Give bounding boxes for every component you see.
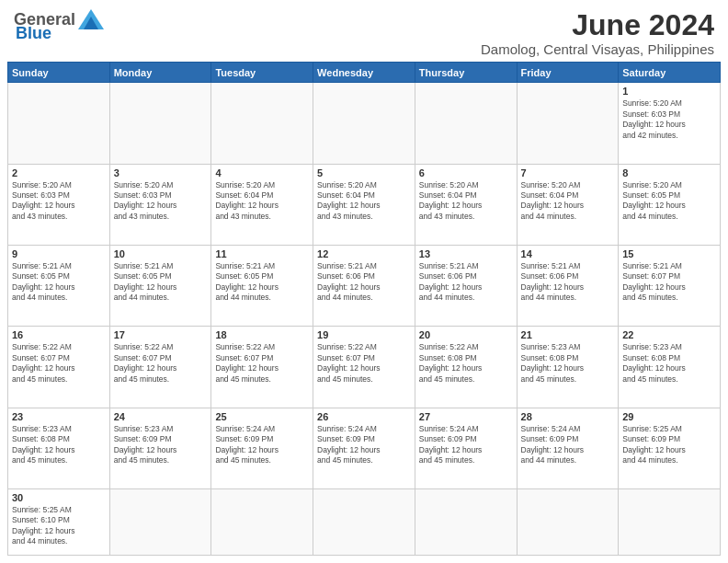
calendar-cell: 26Sunrise: 5:24 AM Sunset: 6:09 PM Dayli…: [313, 408, 415, 488]
day-info: Sunrise: 5:23 AM Sunset: 6:08 PM Dayligh…: [521, 342, 615, 385]
day-number: 6: [419, 167, 513, 178]
day-info: Sunrise: 5:24 AM Sunset: 6:09 PM Dayligh…: [317, 424, 411, 466]
calendar-cell: 14Sunrise: 5:21 AM Sunset: 6:06 PM Dayli…: [517, 245, 619, 326]
day-header-friday: Friday: [517, 63, 619, 83]
day-info: Sunrise: 5:21 AM Sunset: 6:07 PM Dayligh…: [622, 261, 716, 304]
day-number: 21: [521, 329, 615, 340]
header: General Blue June 2024 Damolog, Central …: [0, 0, 728, 62]
calendar-cell: 3Sunrise: 5:20 AM Sunset: 6:03 PM Daylig…: [109, 164, 211, 245]
day-header-thursday: Thursday: [415, 63, 517, 83]
day-info: Sunrise: 5:20 AM Sunset: 6:04 PM Dayligh…: [521, 180, 615, 223]
day-number: 16: [12, 329, 106, 340]
calendar-cell: 2Sunrise: 5:20 AM Sunset: 6:03 PM Daylig…: [8, 164, 110, 245]
main-title: June 2024: [481, 9, 714, 41]
calendar-cell: [109, 83, 211, 164]
day-info: Sunrise: 5:20 AM Sunset: 6:04 PM Dayligh…: [215, 180, 309, 223]
day-number: 12: [317, 248, 411, 259]
day-number: 29: [622, 411, 716, 422]
day-header-wednesday: Wednesday: [313, 63, 415, 83]
calendar-cell: 19Sunrise: 5:22 AM Sunset: 6:07 PM Dayli…: [313, 327, 415, 408]
calendar-cell: 4Sunrise: 5:20 AM Sunset: 6:04 PM Daylig…: [211, 164, 313, 245]
day-info: Sunrise: 5:22 AM Sunset: 6:07 PM Dayligh…: [215, 342, 309, 385]
day-info: Sunrise: 5:21 AM Sunset: 6:06 PM Dayligh…: [419, 261, 513, 304]
day-number: 11: [215, 248, 309, 259]
day-header-sunday: Sunday: [8, 63, 110, 83]
day-number: 25: [215, 411, 309, 422]
day-number: 17: [114, 329, 208, 340]
logo-icon: [78, 9, 104, 29]
day-info: Sunrise: 5:24 AM Sunset: 6:09 PM Dayligh…: [419, 424, 513, 466]
page: General Blue June 2024 Damolog, Central …: [0, 0, 728, 563]
day-info: Sunrise: 5:25 AM Sunset: 6:10 PM Dayligh…: [12, 505, 106, 547]
logo: General Blue: [14, 9, 104, 43]
day-number: 1: [622, 86, 716, 97]
calendar-cell: [211, 83, 313, 164]
day-number: 26: [317, 411, 411, 422]
day-number: 13: [419, 248, 513, 259]
day-number: 28: [521, 411, 615, 422]
day-info: Sunrise: 5:20 AM Sunset: 6:04 PM Dayligh…: [419, 180, 513, 223]
day-info: Sunrise: 5:24 AM Sunset: 6:09 PM Dayligh…: [215, 424, 309, 466]
day-info: Sunrise: 5:22 AM Sunset: 6:07 PM Dayligh…: [317, 342, 411, 385]
calendar-cell: 17Sunrise: 5:22 AM Sunset: 6:07 PM Dayli…: [109, 327, 211, 408]
calendar-body: 1Sunrise: 5:20 AM Sunset: 6:03 PM Daylig…: [8, 83, 721, 556]
day-number: 22: [622, 329, 716, 340]
calendar-cell: 8Sunrise: 5:20 AM Sunset: 6:05 PM Daylig…: [619, 164, 721, 245]
day-number: 10: [114, 248, 208, 259]
calendar-cell: 6Sunrise: 5:20 AM Sunset: 6:04 PM Daylig…: [415, 164, 517, 245]
day-number: 15: [622, 248, 716, 259]
calendar-cell: 10Sunrise: 5:21 AM Sunset: 6:05 PM Dayli…: [109, 245, 211, 326]
calendar-cell: 5Sunrise: 5:20 AM Sunset: 6:04 PM Daylig…: [313, 164, 415, 245]
calendar-week-3: 9Sunrise: 5:21 AM Sunset: 6:05 PM Daylig…: [8, 245, 721, 326]
subtitle: Damolog, Central Visayas, Philippines: [481, 41, 714, 57]
day-info: Sunrise: 5:20 AM Sunset: 6:03 PM Dayligh…: [114, 180, 208, 223]
calendar-week-4: 16Sunrise: 5:22 AM Sunset: 6:07 PM Dayli…: [8, 327, 721, 408]
calendar-cell: [415, 83, 517, 164]
day-number: 23: [12, 411, 106, 422]
day-number: 8: [622, 167, 716, 178]
calendar-cell: 28Sunrise: 5:24 AM Sunset: 6:09 PM Dayli…: [517, 408, 619, 488]
logo-blue: Blue: [16, 24, 51, 43]
calendar-cell: 24Sunrise: 5:23 AM Sunset: 6:09 PM Dayli…: [109, 408, 211, 488]
calendar-cell: [517, 83, 619, 164]
day-header-saturday: Saturday: [619, 63, 721, 83]
calendar-cell: 29Sunrise: 5:25 AM Sunset: 6:09 PM Dayli…: [619, 408, 721, 488]
calendar-cell: 20Sunrise: 5:22 AM Sunset: 6:08 PM Dayli…: [415, 327, 517, 408]
calendar-cell: 7Sunrise: 5:20 AM Sunset: 6:04 PM Daylig…: [517, 164, 619, 245]
calendar-cell: 13Sunrise: 5:21 AM Sunset: 6:06 PM Dayli…: [415, 245, 517, 326]
calendar-week-6: 30Sunrise: 5:25 AM Sunset: 6:10 PM Dayli…: [8, 488, 721, 555]
title-section: June 2024 Damolog, Central Visayas, Phil…: [481, 9, 714, 57]
calendar-week-1: 1Sunrise: 5:20 AM Sunset: 6:03 PM Daylig…: [8, 83, 721, 164]
calendar-cell: [619, 488, 721, 555]
day-info: Sunrise: 5:22 AM Sunset: 6:07 PM Dayligh…: [114, 342, 208, 385]
calendar-cell: 12Sunrise: 5:21 AM Sunset: 6:06 PM Dayli…: [313, 245, 415, 326]
day-number: 30: [12, 492, 106, 503]
day-info: Sunrise: 5:21 AM Sunset: 6:05 PM Dayligh…: [215, 261, 309, 304]
calendar-cell: [109, 488, 211, 555]
day-number: 18: [215, 329, 309, 340]
day-info: Sunrise: 5:20 AM Sunset: 6:04 PM Dayligh…: [317, 180, 411, 223]
day-info: Sunrise: 5:23 AM Sunset: 6:08 PM Dayligh…: [622, 342, 716, 385]
calendar-week-5: 23Sunrise: 5:23 AM Sunset: 6:08 PM Dayli…: [8, 408, 721, 488]
header-row: SundayMondayTuesdayWednesdayThursdayFrid…: [8, 63, 721, 83]
calendar-cell: [211, 488, 313, 555]
calendar-cell: 23Sunrise: 5:23 AM Sunset: 6:08 PM Dayli…: [8, 408, 110, 488]
day-info: Sunrise: 5:21 AM Sunset: 6:05 PM Dayligh…: [114, 261, 208, 304]
calendar-table: SundayMondayTuesdayWednesdayThursdayFrid…: [7, 62, 721, 556]
calendar-cell: 25Sunrise: 5:24 AM Sunset: 6:09 PM Dayli…: [211, 408, 313, 488]
calendar-cell: 1Sunrise: 5:20 AM Sunset: 6:03 PM Daylig…: [619, 83, 721, 164]
calendar-week-2: 2Sunrise: 5:20 AM Sunset: 6:03 PM Daylig…: [8, 164, 721, 245]
day-info: Sunrise: 5:24 AM Sunset: 6:09 PM Dayligh…: [521, 424, 615, 466]
calendar-cell: 16Sunrise: 5:22 AM Sunset: 6:07 PM Dayli…: [8, 327, 110, 408]
day-info: Sunrise: 5:21 AM Sunset: 6:05 PM Dayligh…: [12, 261, 106, 304]
day-number: 7: [521, 167, 615, 178]
calendar-cell: [415, 488, 517, 555]
day-number: 27: [419, 411, 513, 422]
calendar-cell: [517, 488, 619, 555]
day-header-monday: Monday: [109, 63, 211, 83]
calendar-cell: [313, 488, 415, 555]
day-info: Sunrise: 5:22 AM Sunset: 6:07 PM Dayligh…: [12, 342, 106, 385]
day-number: 5: [317, 167, 411, 178]
day-number: 14: [521, 248, 615, 259]
calendar-cell: 27Sunrise: 5:24 AM Sunset: 6:09 PM Dayli…: [415, 408, 517, 488]
